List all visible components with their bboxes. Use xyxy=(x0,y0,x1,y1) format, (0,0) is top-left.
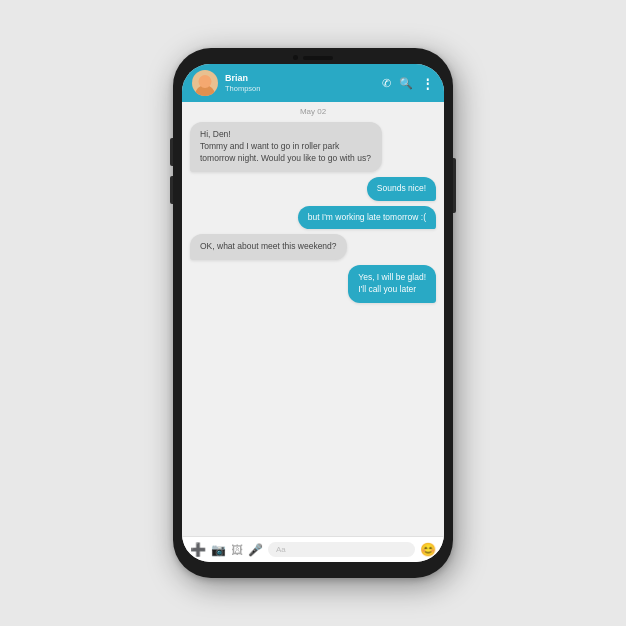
search-icon[interactable]: 🔍 xyxy=(399,77,413,90)
avatar xyxy=(192,70,218,96)
camera-icon[interactable]: 📷 xyxy=(211,543,226,557)
more-icon[interactable]: ⋮ xyxy=(421,77,434,90)
message-bubble-2: Sounds nice! xyxy=(367,177,436,201)
speaker-slot xyxy=(303,56,333,60)
message-bubble-5: Yes, I will be glad! I'll call you later xyxy=(348,265,436,303)
emoji-icon[interactable]: 😊 xyxy=(420,542,436,557)
header-actions: ✆ 🔍 ⋮ xyxy=(382,77,434,90)
contact-name: Brian xyxy=(225,73,375,85)
message-bubble-4: OK, what about meet this weekend? xyxy=(190,234,347,260)
attach-icon[interactable]: ➕ xyxy=(190,542,206,557)
contact-sub: Thompson xyxy=(225,84,375,93)
date-label: May 02 xyxy=(182,102,444,118)
phone-screen: Brian Thompson ✆ 🔍 ⋮ May 02 Hi, Den! Tom… xyxy=(182,64,444,562)
text-input-field[interactable]: Aa xyxy=(268,542,415,557)
chat-body[interactable]: Hi, Den! Tommy and I want to go in rolle… xyxy=(182,118,444,536)
camera-dot xyxy=(293,55,298,60)
message-bubble-3: but I'm working late tomorrow :( xyxy=(298,206,436,230)
mic-icon[interactable]: 🎤 xyxy=(248,543,263,557)
chat-input-bar: ➕ 📷 🖼 🎤 Aa 😊 xyxy=(182,536,444,562)
image-icon[interactable]: 🖼 xyxy=(231,543,243,557)
message-bubble-1: Hi, Den! Tommy and I want to go in rolle… xyxy=(190,122,382,172)
chat-header: Brian Thompson ✆ 🔍 ⋮ xyxy=(182,64,444,102)
contact-info: Brian Thompson xyxy=(225,73,375,94)
phone-wrapper: Brian Thompson ✆ 🔍 ⋮ May 02 Hi, Den! Tom… xyxy=(173,48,453,578)
call-icon[interactable]: ✆ xyxy=(382,77,391,90)
phone-notch xyxy=(293,55,333,60)
